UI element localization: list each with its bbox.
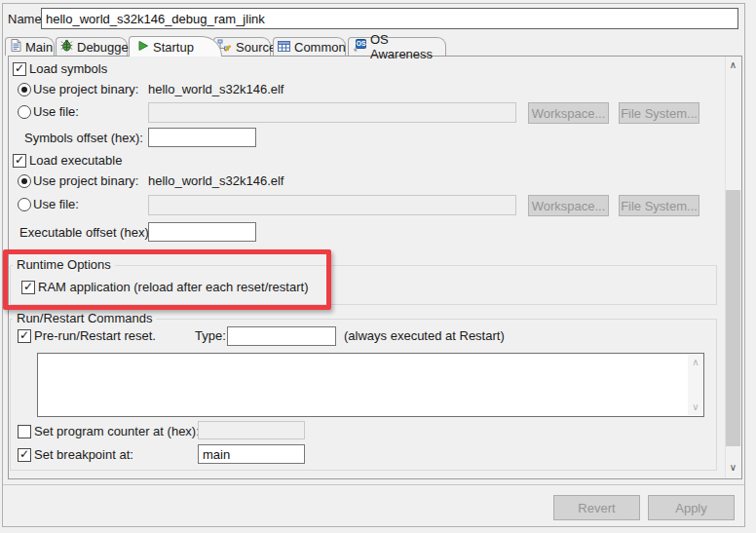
revert-button[interactable]: Revert (553, 495, 640, 520)
apply-button[interactable]: Apply (648, 495, 735, 520)
tab-startup[interactable]: Startup (129, 36, 222, 57)
symbols-use-file-label: Use file: (33, 104, 79, 119)
tab-label: Main (25, 40, 53, 55)
run-restart-title: Run/Restart Commands (13, 312, 156, 325)
runtime-options-title: Runtime Options (13, 258, 115, 272)
symbols-file-system-button[interactable]: File System... (619, 102, 699, 124)
check-icon: ✓ (19, 447, 30, 461)
executable-use-file-radio[interactable] (18, 198, 31, 211)
pre-run-reset-checkbox[interactable]: ✓ (18, 329, 31, 343)
play-icon (137, 40, 149, 55)
tab-os-awareness[interactable]: OS OS Awareness (348, 37, 446, 56)
symbols-use-file-radio[interactable] (18, 105, 31, 119)
set-program-counter-input[interactable] (198, 421, 305, 439)
scroll-down-icon[interactable]: ∨ (725, 462, 741, 474)
type-input[interactable] (227, 326, 336, 346)
symbols-workspace-button[interactable]: Workspace... (528, 102, 609, 124)
svg-text:OS: OS (356, 40, 365, 47)
name-input[interactable] (41, 8, 738, 29)
executable-use-project-binary-radio[interactable] (18, 174, 31, 188)
symbols-file-input[interactable] (148, 102, 516, 123)
textarea-scroll-down-icon[interactable]: ∨ (688, 401, 703, 413)
set-program-counter-checkbox[interactable] (18, 425, 31, 438)
os-chip-icon: OS (353, 39, 366, 55)
table-icon (278, 40, 290, 55)
executable-workspace-button[interactable]: Workspace... (528, 195, 609, 216)
symbols-offset-input[interactable] (148, 128, 256, 147)
check-icon: ✓ (14, 61, 25, 75)
executable-project-binary-value: hello_world_s32k146.elf (148, 173, 284, 188)
check-icon: ✓ (19, 328, 30, 342)
executable-file-system-button[interactable]: File System... (619, 195, 699, 216)
executable-use-file-label: Use file: (33, 197, 79, 211)
tab-source[interactable]: Source (213, 37, 271, 56)
always-executed-note: (always executed at Restart) (344, 328, 505, 343)
ram-application-label: RAM application (reload after each reset… (38, 280, 308, 294)
radio-dot (21, 178, 27, 184)
check-icon: ✓ (14, 153, 25, 167)
load-executable-checkbox[interactable]: ✓ (13, 154, 26, 168)
tab-label: Debugger (77, 40, 132, 55)
tab-main[interactable]: Main (5, 37, 55, 56)
symbols-project-binary-value: hello_world_s32k146.elf (148, 82, 284, 96)
symbols-use-project-binary-radio[interactable] (18, 83, 31, 96)
check-icon: ✓ (22, 280, 34, 293)
symbols-use-project-binary-label: Use project binary: (33, 82, 138, 96)
load-symbols-checkbox[interactable]: ✓ (13, 62, 26, 76)
tab-label: Startup (153, 40, 194, 55)
radio-dot (21, 87, 27, 93)
pre-run-reset-label: Pre-run/Restart reset. (34, 328, 156, 343)
executable-use-project-binary-label: Use project binary: (33, 173, 138, 188)
type-label: Type: (195, 328, 226, 343)
executable-offset-label: Executable offset (hex): (19, 225, 152, 240)
scroll-up-icon[interactable]: ∧ (725, 59, 741, 71)
run-commands-textarea[interactable] (37, 353, 704, 417)
button-bar-separator (3, 484, 744, 485)
load-executable-label: Load executable (29, 153, 122, 168)
executable-file-input[interactable] (148, 195, 516, 215)
tab-label: Common (294, 40, 346, 55)
set-breakpoint-input[interactable] (198, 444, 305, 464)
set-program-counter-label: Set program counter at (hex): (34, 424, 200, 438)
document-icon (11, 39, 21, 55)
textarea-scroll-up-icon[interactable]: ∧ (688, 357, 703, 368)
ram-application-checkbox[interactable]: ✓ (21, 281, 35, 294)
scrollbar-thumb[interactable] (726, 190, 740, 446)
tab-label: Source (236, 40, 276, 55)
tab-debugger[interactable]: Debugger (56, 37, 128, 56)
bug-icon (60, 39, 73, 55)
set-breakpoint-label: Set breakpoint at: (34, 447, 133, 462)
symbols-offset-label: Symbols offset (hex): (24, 131, 143, 145)
executable-offset-input[interactable] (148, 222, 256, 242)
tab-common[interactable]: Common (273, 37, 346, 56)
set-breakpoint-checkbox[interactable]: ✓ (18, 448, 31, 462)
tab-label: OS Awareness (370, 32, 441, 61)
load-symbols-label: Load symbols (29, 61, 107, 76)
name-label: Name: (8, 12, 45, 26)
